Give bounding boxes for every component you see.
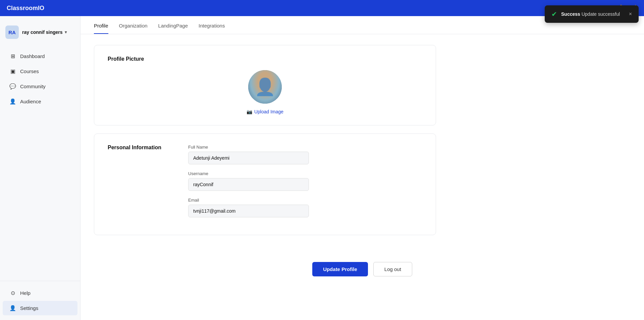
- user-org-name: ray connif singers: [22, 30, 63, 35]
- dashboard-icon: ⊞: [9, 53, 16, 59]
- profile-picture-area: 📷 Upload Image: [108, 70, 422, 114]
- upload-image-button[interactable]: 📷 Upload Image: [247, 109, 283, 114]
- community-icon: 💬: [9, 83, 16, 90]
- courses-icon: ▣: [9, 68, 16, 74]
- toast-success-label: Success: [561, 11, 580, 17]
- main-content: Profile Organization LandingPage Integra…: [80, 16, 644, 320]
- username-label: Username: [188, 171, 309, 176]
- action-buttons: Update Profile Log out: [80, 254, 644, 284]
- content-area: Profile Picture 📷 Upload Image Personal …: [80, 34, 449, 254]
- audience-icon: 👤: [9, 98, 16, 105]
- sidebar-item-courses[interactable]: ▣ Courses: [3, 64, 77, 78]
- email-input[interactable]: [188, 205, 309, 217]
- sidebar-item-dashboard[interactable]: ⊞ Dashboard: [3, 49, 77, 63]
- personal-info-title: Personal Information: [108, 145, 168, 151]
- sidebar-item-label-dashboard: Dashboard: [20, 53, 45, 59]
- sidebar-item-community[interactable]: 💬 Community: [3, 79, 77, 94]
- camera-icon: 📷: [247, 109, 252, 114]
- update-profile-button[interactable]: Update Profile: [312, 262, 368, 276]
- info-section: Personal Information Full Name Username …: [108, 145, 422, 224]
- toast-success-icon: ✔: [551, 10, 557, 18]
- tab-profile[interactable]: Profile: [94, 16, 108, 34]
- email-label: Email: [188, 198, 309, 203]
- username-group: Username: [188, 171, 309, 191]
- avatar: RA: [5, 25, 19, 39]
- full-name-label: Full Name: [188, 145, 309, 150]
- personal-info-section: Personal Information Full Name Username …: [94, 134, 436, 235]
- sidebar: RA ray connif singers ▾ ⊞ Dashboard ▣ Co…: [0, 16, 80, 320]
- logout-button[interactable]: Log out: [373, 262, 412, 276]
- sidebar-item-settings[interactable]: 👤 Settings: [3, 301, 77, 315]
- profile-image: [248, 70, 282, 104]
- toast-notification: ✔ Success Update successful ×: [545, 5, 639, 23]
- toast-content: Success Update successful: [561, 11, 625, 17]
- chevron-down-icon: ▾: [65, 30, 67, 35]
- username-input[interactable]: [188, 178, 309, 191]
- toast-message: Update successful: [582, 11, 620, 17]
- info-fields: Full Name Username Email: [188, 145, 309, 224]
- email-group: Email: [188, 198, 309, 217]
- upload-image-label: Upload Image: [254, 109, 283, 114]
- help-icon: ⊙: [9, 290, 16, 296]
- sidebar-item-label-help: Help: [20, 290, 31, 296]
- full-name-input[interactable]: [188, 152, 309, 164]
- sidebar-item-label-community: Community: [20, 84, 46, 89]
- full-name-group: Full Name: [188, 145, 309, 164]
- sidebar-bottom: ⊙ Help 👤 Settings: [0, 281, 80, 320]
- info-section-label: Personal Information: [108, 145, 168, 224]
- tab-integrations[interactable]: Integrations: [199, 16, 225, 34]
- brand-name: ClassroomIO: [7, 5, 44, 12]
- sidebar-item-help[interactable]: ⊙ Help: [3, 286, 77, 300]
- sidebar-item-label-courses: Courses: [20, 68, 39, 74]
- profile-picture-section: Profile Picture 📷 Upload Image: [94, 45, 436, 125]
- sidebar-item-label-audience: Audience: [20, 99, 41, 104]
- settings-icon: 👤: [9, 305, 16, 311]
- user-org-selector[interactable]: ray connif singers ▾: [22, 30, 67, 35]
- user-section: RA ray connif singers ▾: [0, 21, 80, 46]
- tab-organization[interactable]: Organization: [119, 16, 148, 34]
- tab-landingpage[interactable]: LandingPage: [158, 16, 188, 34]
- sidebar-item-audience[interactable]: 👤 Audience: [3, 94, 77, 109]
- nav-items: ⊞ Dashboard ▣ Courses 💬 Community 👤 Audi…: [0, 46, 80, 281]
- sidebar-item-label-settings: Settings: [20, 305, 38, 311]
- toast-close-button[interactable]: ×: [629, 11, 632, 17]
- profile-picture-title: Profile Picture: [108, 56, 422, 62]
